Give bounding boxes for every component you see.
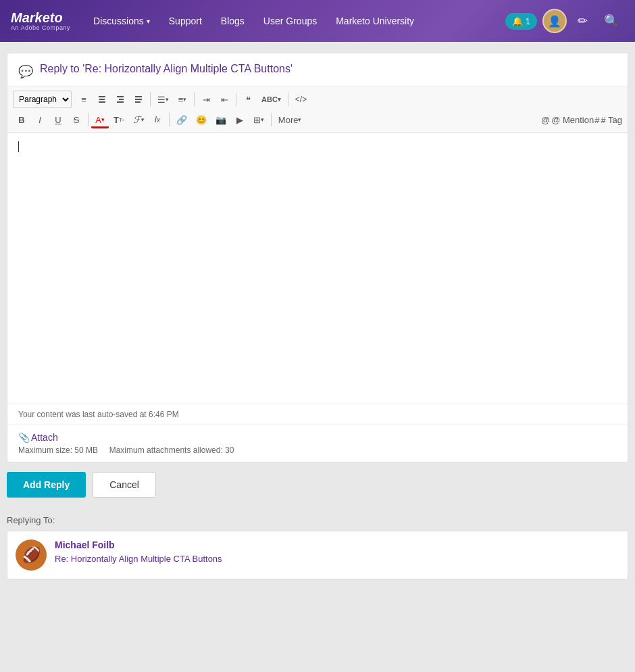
svg-rect-6 [135,96,142,97]
svg-rect-5 [117,101,124,103]
svg-rect-2 [99,101,105,103]
logo-text: Marketo [11,11,70,24]
bell-icon: 🔔 [512,16,523,26]
editor-toolbar: Paragraph Heading 1 Heading 2 ≡ ☰▾ [7,87,628,133]
navbar: Marketo An Adobe Company Discussions ▾ S… [0,0,635,42]
reply-icon: 💬 [18,64,33,79]
nav-discussions[interactable]: Discussions ▾ [86,10,157,32]
add-reply-button[interactable]: Add Reply [7,472,86,498]
align-center-button[interactable] [93,91,111,108]
notification-button[interactable]: 🔔 1 [505,13,537,30]
outdent-button[interactable]: ⇤ [215,91,233,108]
navbar-nav: Discussions ▾ Support Blogs User Groups … [86,10,505,32]
autosave-bar: Your content was last auto-saved at 6:46… [7,404,628,425]
image-button[interactable]: 📷 [211,111,230,128]
clear-format-button[interactable]: Ix [149,111,166,128]
blockquote-button[interactable]: ❝ [239,91,257,108]
at-icon: @ [541,115,550,125]
tag-button[interactable]: # # Tag [594,115,622,125]
reply-container: 💬 Reply to 'Re: Horizontally Align Multi… [7,53,628,462]
svg-rect-1 [99,99,105,100]
font-family-button[interactable]: ℱ▾ [129,111,148,128]
video-button[interactable]: ▶ [231,111,249,128]
align-right-button[interactable] [111,91,129,108]
logo-sub: An Adobe Company [11,24,70,31]
code-button[interactable]: </> [291,91,311,108]
bold-button[interactable]: B [13,111,30,128]
more-button[interactable]: More ▾ [274,111,306,128]
toolbar-sep2 [194,93,195,106]
nav-blogs[interactable]: Blogs [214,10,251,32]
mention-button[interactable]: @ @ Mention [541,115,594,125]
nav-user-groups[interactable]: User Groups [257,10,324,32]
bullet-list-button[interactable]: ☰▾ [153,91,173,108]
text-size-button[interactable]: TT- [109,111,128,128]
toolbar-sep4 [288,93,288,106]
reply-title: Reply to 'Re: Horizontally Align Multipl… [40,63,293,75]
underline-button[interactable]: U [49,111,67,128]
search-icon[interactable]: 🔍 [599,11,624,31]
toolbar-sep7 [271,113,272,126]
reply-header: 💬 Reply to 'Re: Horizontally Align Multi… [7,53,628,87]
link-button[interactable]: 🔗 [172,111,191,128]
toolbar-sep3 [236,93,236,106]
attach-section: 📎 Attach Maximum size: 50 MB Maximum att… [7,425,628,462]
main-content: 💬 Reply to 'Re: Horizontally Align Multi… [0,42,635,672]
spellcheck-button[interactable]: ABC▾ [257,91,285,108]
svg-rect-0 [99,96,105,97]
logo: Marketo An Adobe Company [11,11,70,31]
reply-card-avatar: 🏈 [16,539,47,571]
more-chevron-icon: ▾ [298,116,301,123]
toolbar-sep1 [150,93,151,106]
autosave-text: Your content was last auto-saved at 6:46… [18,410,179,419]
reply-card-author: Michael Foilb [55,539,222,550]
svg-rect-8 [135,101,141,103]
font-color-button[interactable]: A▾ [91,111,109,128]
edit-icon[interactable]: ✏ [572,11,593,31]
toolbar-sep6 [169,113,170,126]
align-justify-button[interactable] [130,91,147,108]
paragraph-style-select[interactable]: Paragraph Heading 1 Heading 2 [13,91,72,108]
svg-rect-7 [135,99,142,100]
text-cursor [18,141,19,152]
reply-card-subject-link[interactable]: Re: Horizontally Align Multiple CTA Butt… [55,554,222,564]
paperclip-icon: 📎 [18,432,30,443]
notif-count: 1 [526,16,530,26]
editor-content-area[interactable] [7,133,628,404]
reply-title-link: Re: Horizontally Align Multiple CTA Butt… [84,63,290,74]
toolbar-row2: B I U S A▾ TT- ℱ▾ Ix 🔗 😊 📷 ▶ ⊞▾ More ▾ [13,111,622,128]
chevron-down-icon: ▾ [147,18,150,25]
cancel-button[interactable]: Cancel [93,472,156,498]
nav-support[interactable]: Support [162,10,209,32]
toolbar-row1: Paragraph Heading 1 Heading 2 ≡ ☰▾ [13,91,622,108]
emoji-button[interactable]: 😊 [192,111,211,128]
attach-link[interactable]: 📎 Attach [18,432,617,443]
reply-card-content: Michael Foilb Re: Horizontally Align Mul… [55,539,222,564]
ordered-list-button[interactable]: ≡▾ [174,91,191,108]
svg-rect-3 [117,96,124,97]
indent-button[interactable]: ⇥ [197,91,215,108]
avatar-image: 👤 [548,15,561,28]
navbar-right: 🔔 1 👤 ✏ 🔍 [505,9,624,33]
table-button[interactable]: ⊞▾ [249,111,268,128]
action-bar: Add Reply Cancel [0,462,635,507]
user-avatar-button[interactable]: 👤 [542,9,567,33]
nav-university[interactable]: Marketo University [329,10,421,32]
italic-button[interactable]: I [31,111,49,128]
attach-info: Maximum size: 50 MB Maximum attachments … [18,446,617,455]
toolbar-sep5 [88,113,88,126]
svg-rect-4 [119,99,124,100]
replying-to-section: Replying To: 🏈 Michael Foilb Re: Horizon… [0,507,635,579]
reply-card: 🏈 Michael Foilb Re: Horizontally Align M… [7,531,628,579]
replying-to-label: Replying To: [7,515,628,525]
align-left-button[interactable]: ≡ [75,91,93,108]
hash-icon: # [594,115,599,125]
strikethrough-button[interactable]: S [68,111,85,128]
